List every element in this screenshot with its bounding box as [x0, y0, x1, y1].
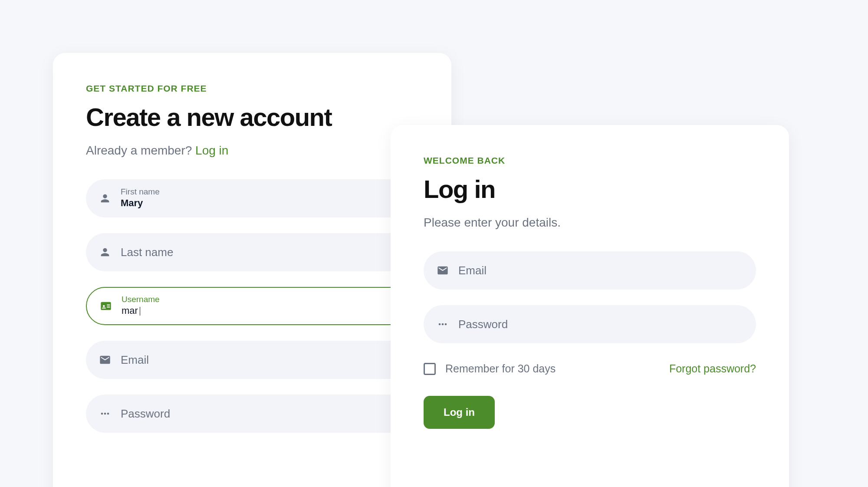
remember-label: Remember for 30 days [445, 362, 556, 375]
signup-subtext: Already a member? Log in [86, 144, 418, 158]
login-fields: Email Password [424, 251, 756, 343]
first-name-label: First name [121, 187, 405, 197]
login-options-row: Remember for 30 days Forgot password? [424, 362, 756, 375]
cursor [140, 307, 140, 316]
signup-email-field[interactable]: Email [86, 341, 418, 379]
login-password-placeholder: Password [458, 318, 743, 331]
id-card-icon [100, 300, 112, 312]
signup-fields: First name Mary Last name Username mar [86, 179, 418, 433]
svg-point-2 [107, 413, 109, 415]
dots-icon [437, 318, 449, 330]
login-eyebrow: WELCOME BACK [424, 155, 756, 166]
remember-checkbox[interactable] [424, 363, 436, 375]
first-name-value: Mary [121, 197, 405, 210]
signup-eyebrow: GET STARTED FOR FREE [86, 83, 418, 94]
signup-password-field[interactable]: Password [86, 395, 418, 433]
person-icon [99, 246, 111, 258]
person-icon [99, 192, 111, 204]
login-link[interactable]: Log in [195, 144, 228, 157]
username-field[interactable]: Username mar [86, 287, 418, 325]
username-label: Username [122, 295, 404, 305]
login-submit-button[interactable]: Log in [424, 396, 495, 429]
dots-icon [99, 408, 111, 420]
last-name-field[interactable]: Last name [86, 233, 418, 271]
first-name-field[interactable]: First name Mary [86, 179, 418, 217]
signup-email-placeholder: Email [121, 353, 405, 367]
signup-title: Create a new account [86, 102, 418, 132]
signup-password-placeholder: Password [121, 407, 405, 421]
mail-icon [437, 264, 449, 276]
remember-checkbox-row[interactable]: Remember for 30 days [424, 362, 556, 375]
svg-point-3 [439, 323, 441, 326]
last-name-placeholder: Last name [121, 246, 405, 259]
forgot-password-link[interactable]: Forgot password? [669, 362, 756, 375]
svg-point-0 [101, 413, 103, 415]
svg-point-5 [445, 323, 447, 326]
username-value: mar [122, 305, 404, 317]
login-title: Log in [424, 174, 756, 204]
mail-icon [99, 354, 111, 366]
svg-point-1 [104, 413, 106, 415]
login-email-field[interactable]: Email [424, 251, 756, 290]
svg-point-4 [442, 323, 444, 326]
login-card: WELCOME BACK Log in Please enter your de… [391, 125, 789, 487]
login-email-placeholder: Email [458, 264, 743, 277]
signup-sub-prefix: Already a member? [86, 144, 195, 157]
login-password-field[interactable]: Password [424, 305, 756, 343]
login-subtext: Please enter your details. [424, 216, 756, 230]
